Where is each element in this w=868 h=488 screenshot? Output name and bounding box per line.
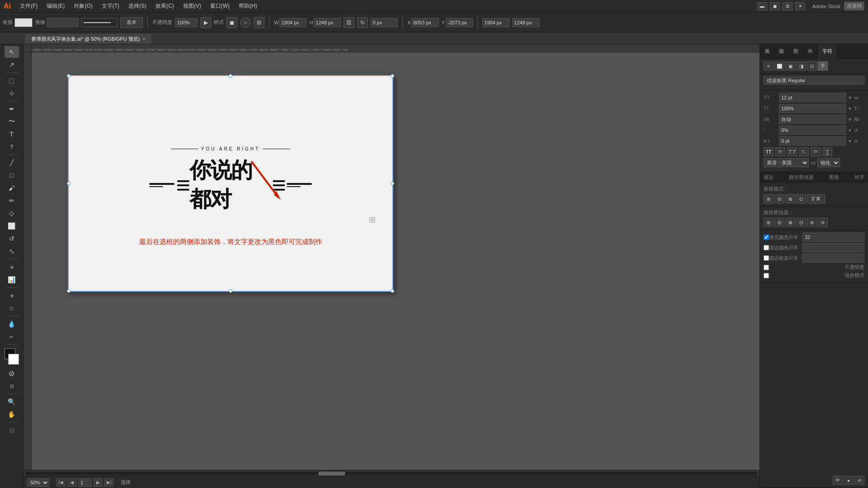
tool-graph[interactable]: 📊 (5, 274, 19, 286)
tool-artboard[interactable]: ⬚ (5, 75, 19, 86)
height-input[interactable] (314, 18, 341, 27)
menu-icon-4[interactable]: ✈ (795, 2, 805, 10)
pf-btn-4[interactable]: ⊡ (796, 218, 806, 227)
rotate-btn[interactable]: ↻ (357, 17, 368, 28)
tool-pencil[interactable]: ✏ (5, 195, 19, 206)
panel-bottom-btn-3[interactable]: ⟲ (854, 476, 864, 485)
bs-input[interactable] (779, 136, 846, 145)
tool-rotate[interactable]: ↺ (5, 233, 19, 244)
panel-icon-outer2[interactable]: ◨ (796, 61, 806, 70)
tool-rect[interactable]: □ (5, 169, 19, 181)
handle-top-center[interactable] (229, 74, 232, 78)
artboard[interactable]: YOU ARE RIGHT ≡ (68, 75, 393, 292)
scrollbar-thumb-h[interactable] (318, 472, 345, 475)
transparency-checkbox[interactable] (764, 265, 769, 270)
font-search-input[interactable] (767, 78, 861, 83)
tool-extra[interactable]: ⬛ (5, 424, 19, 436)
tool-eraser[interactable]: ⬜ (5, 220, 19, 232)
handle-top-right[interactable] (391, 74, 394, 78)
pf-btn-6[interactable]: ⊘ (818, 218, 828, 227)
menu-window[interactable]: 窗口(W) (207, 1, 233, 11)
panel-bottom-btn-1[interactable]: 中 (833, 476, 843, 485)
menu-select[interactable]: 选择(S) (125, 1, 150, 11)
stroke-checkbox[interactable] (764, 245, 769, 250)
tracking-input[interactable] (779, 115, 846, 124)
btn-tt-sub[interactable]: Tₓ (799, 147, 809, 156)
tool-col[interactable]: ⬡ (5, 302, 19, 314)
panel-tab-graph[interactable]: 图 (789, 44, 803, 59)
tool-touch-type[interactable]: T̈ (5, 141, 19, 153)
tool-symbol[interactable]: ※ (5, 290, 19, 301)
fill-checkbox[interactable] (764, 235, 769, 240)
tool-scale[interactable]: ⤡ (5, 245, 19, 257)
canvas-viewport[interactable]: YOU ARE RIGHT ≡ (32, 52, 760, 470)
tool-perspective[interactable]: ⊹ (5, 87, 19, 99)
panel-tab-attr[interactable]: 属 (760, 44, 774, 59)
menu-object[interactable]: 对象(O) (70, 1, 96, 11)
btn-tt-script[interactable]: T T (787, 147, 797, 156)
fill-opacity-input[interactable] (802, 233, 864, 242)
tool-background-color[interactable] (8, 354, 19, 365)
panel-tab-color[interactable]: 颜 (774, 44, 789, 59)
tool-none[interactable]: ⊘ (5, 367, 19, 379)
handle-top-left[interactable] (67, 74, 71, 78)
handle-bottom-left[interactable] (67, 289, 71, 293)
frame-checkbox[interactable] (764, 255, 769, 261)
panel-icon-char2[interactable]: 字 (818, 61, 828, 70)
shape-expand-btn[interactable]: 扩展 (807, 194, 825, 203)
panel-icon-align[interactable]: ⊡ (807, 61, 817, 70)
btn-tt-bold[interactable]: TT (764, 147, 774, 156)
pf-btn-1[interactable]: ⊞ (764, 218, 774, 227)
leading-input[interactable] (779, 126, 846, 135)
stroke-swatch[interactable] (81, 18, 118, 27)
frame-opacity-input[interactable] (802, 253, 864, 263)
rotate-input[interactable] (371, 18, 398, 27)
scrollbar-track-h[interactable] (25, 472, 758, 475)
tool-eyedropper[interactable]: 💧 (5, 318, 19, 330)
tool-paintbrush[interactable]: 🖌 (5, 182, 19, 194)
opacity-input[interactable] (175, 18, 198, 27)
aa-select[interactable]: 锐化 (817, 158, 840, 167)
btn-tt-small[interactable]: Tr (775, 147, 785, 156)
page-forward-btn[interactable]: ▶ (94, 479, 103, 487)
push-input[interactable] (47, 18, 79, 27)
btn-tt-under[interactable]: T (822, 147, 832, 156)
menu-help[interactable]: 帮助(H) (235, 1, 261, 11)
menu-view[interactable]: 视图(V) (179, 1, 205, 11)
panel-bottom-btn-2[interactable]: ● (844, 476, 854, 485)
tool-warp[interactable]: ≋ (5, 261, 19, 273)
menu-icon-2[interactable]: ◼ (770, 2, 780, 10)
scale-h-input[interactable] (779, 104, 846, 113)
menu-icon-3[interactable]: ⊞ (783, 2, 793, 10)
page-back-btn[interactable]: ◀ (67, 479, 76, 487)
page-input[interactable] (78, 479, 92, 487)
shape-intersect-btn[interactable]: ⊠ (785, 194, 795, 203)
btn-tt-sup[interactable]: T² (811, 147, 821, 156)
shape-sub-btn[interactable]: ⊟ (774, 194, 784, 203)
handle-mid-left[interactable] (67, 182, 71, 185)
y-input[interactable] (446, 18, 473, 27)
font-size-input[interactable] (779, 93, 846, 102)
tool-shaper[interactable]: ◇ (5, 207, 19, 219)
doc-tab-active[interactable]: 赛博朋克风字体合集.ai* @ 50% (RGB/GPU 预览) × (25, 34, 151, 44)
panel-icon-graph2[interactable]: ▣ (785, 61, 795, 70)
width-input[interactable] (279, 18, 307, 27)
tool-gradient[interactable]: ⊡ (5, 380, 19, 392)
path-section-header[interactable]: 描边 路径查找器 图形 对齐 (760, 172, 868, 183)
w2-input[interactable] (482, 18, 509, 27)
language-select[interactable]: 英语：美国 (764, 158, 809, 167)
menu-icon-1[interactable]: ▬ (757, 2, 767, 10)
tool-measure[interactable]: ⊢ (5, 331, 19, 343)
menu-file[interactable]: 文件(F) (16, 1, 41, 11)
style-btn[interactable]: ◼ (226, 17, 237, 28)
fill-color-swatch[interactable] (14, 18, 33, 27)
handle-bottom-right[interactable] (391, 289, 394, 293)
tool-select[interactable]: ↖ (5, 46, 19, 58)
handle-bottom-center[interactable] (229, 289, 232, 293)
zoom-select[interactable]: 50% (27, 479, 49, 487)
tool-direct-select[interactable]: ↗ (5, 59, 19, 70)
tool-zoom[interactable]: 🔍 (5, 396, 19, 408)
panel-icon-color[interactable]: ⬜ (774, 61, 784, 70)
h2-input[interactable] (512, 18, 539, 27)
stroke-opacity-input[interactable] (802, 243, 864, 252)
